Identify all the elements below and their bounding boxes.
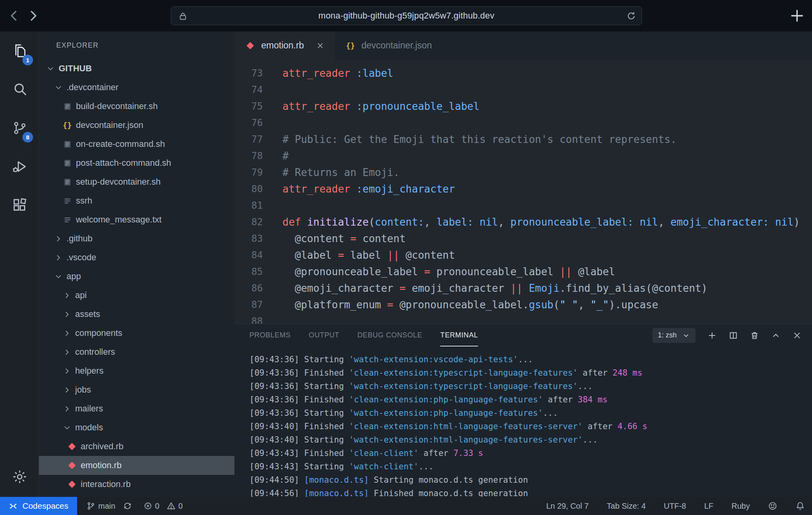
close-icon[interactable]	[316, 41, 325, 50]
activity-source-control[interactable]: 8	[0, 109, 39, 147]
sync-icon	[123, 502, 132, 510]
code-text: @label = label || @content	[282, 247, 455, 263]
chevron-right-icon	[53, 235, 63, 243]
line-number: 85	[234, 263, 263, 280]
tree-item-on-create-command.sh[interactable]: on-create-command.sh	[39, 135, 234, 154]
tree-item-.github[interactable]: .github	[39, 229, 234, 248]
maximize-panel-button[interactable]	[771, 331, 781, 340]
error-icon	[144, 502, 152, 510]
tree-item-emotion.rb[interactable]: emotion.rb	[39, 456, 234, 475]
shell-file-icon	[62, 159, 73, 168]
kill-terminal-button[interactable]	[750, 331, 759, 340]
tree-item-assets[interactable]: assets	[39, 305, 234, 324]
tree-item-.vscode[interactable]: .vscode	[39, 248, 234, 267]
chevron-right-icon	[53, 254, 63, 262]
feedback-button[interactable]	[768, 501, 777, 511]
terminal-output[interactable]: [09:43:36] Starting 'watch-extension:vsc…	[234, 346, 812, 497]
line-number: 77	[234, 131, 263, 148]
line-number: 74	[234, 82, 263, 98]
notifications-button[interactable]	[795, 501, 805, 511]
activity-run-debug[interactable]	[0, 147, 39, 186]
tree-item-setup-devcontainer.sh[interactable]: setup-devcontainer.sh	[39, 172, 234, 191]
arrow-left-icon	[6, 8, 22, 24]
browser-address-bar[interactable]: mona-github-github-g59jpq2w5w7.github.de…	[171, 6, 642, 25]
browser-back-button[interactable]	[5, 6, 24, 25]
shell-file-icon	[62, 178, 73, 187]
chevron-down-icon	[62, 424, 72, 432]
terminal-line: [09:43:36] Finished 'clean-extension:typ…	[249, 366, 812, 380]
close-panel-button[interactable]	[792, 331, 802, 340]
plus-icon	[707, 331, 717, 340]
split-terminal-button[interactable]	[729, 331, 738, 340]
branch-indicator[interactable]: main	[87, 502, 115, 511]
terminal-line: [09:43:40] Starting 'watch-extension:htm…	[249, 433, 812, 446]
smiley-icon	[768, 501, 777, 511]
ruby-file-icon	[66, 461, 78, 469]
gear-icon	[11, 469, 28, 485]
tree-item-post-attach-command.sh[interactable]: post-attach-command.sh	[39, 154, 234, 172]
tree-item-app[interactable]: app	[39, 267, 234, 286]
panel-tab-problems[interactable]: PROBLEMS	[249, 324, 291, 346]
shell-file-icon	[62, 102, 73, 111]
tree-item-helpers[interactable]: helpers	[39, 361, 234, 380]
tree-item-label: post-attach-command.sh	[76, 158, 171, 168]
encoding-indicator[interactable]: UTF-8	[664, 502, 686, 511]
tree-item-welcome_message.txt[interactable]: welcome_message.txt	[39, 210, 234, 229]
ruby-file-icon	[66, 480, 78, 488]
code-line: 82def initialize(content:, label: nil, p…	[234, 214, 812, 230]
language-indicator[interactable]: Ruby	[731, 502, 750, 511]
activity-extensions[interactable]	[0, 186, 39, 224]
tree-item-GITHUB[interactable]: GITHUB	[39, 59, 234, 78]
chevron-right-icon	[62, 291, 72, 300]
new-tab-button[interactable]	[788, 7, 806, 24]
tree-item-api[interactable]: api	[39, 286, 234, 305]
line-number: 79	[234, 164, 263, 181]
explorer-sidebar: EXPLORER GITHUB.devcontainerbuild-devcon…	[39, 31, 234, 497]
tree-item-label: GITHUB	[59, 63, 92, 74]
tree-item-components[interactable]: components	[39, 324, 234, 343]
code-line: 83 @content = content	[234, 230, 812, 247]
explorer-badge: 1	[22, 55, 33, 65]
activity-explorer[interactable]: 1	[0, 31, 39, 70]
tab-size-indicator[interactable]: Tab Size: 4	[607, 502, 646, 511]
activity-settings[interactable]	[0, 458, 39, 496]
tree-item-controllers[interactable]: controllers	[39, 343, 234, 361]
tree-item-.devcontainer[interactable]: .devcontainer	[39, 78, 234, 97]
new-terminal-button[interactable]	[707, 331, 717, 340]
code-line: 80attr_reader :emoji_character	[234, 181, 812, 197]
tree-item-archived.rb[interactable]: archived.rb	[39, 437, 234, 456]
panel-tab-debug-console[interactable]: DEBUG CONSOLE	[357, 324, 422, 346]
tree-item-mailers[interactable]: mailers	[39, 399, 234, 418]
tree-item-jobs[interactable]: jobs	[39, 380, 234, 399]
problems-indicator[interactable]: 0 0	[144, 502, 183, 511]
line-number: 82	[234, 214, 263, 230]
panel-tab-output[interactable]: OUTPUT	[309, 324, 340, 346]
editor-tab-bar: emotion.rb{}devcontainer.json	[234, 31, 812, 59]
code-text: # Returns an Emoji.	[282, 164, 399, 181]
line-number: 75	[234, 98, 263, 115]
tab-devcontainer.json[interactable]: {}devcontainer.json	[335, 31, 442, 59]
reload-button[interactable]	[626, 11, 636, 21]
codespaces-status-button[interactable]: Codespaces	[0, 497, 77, 515]
tree-item-build-devcontainer.sh[interactable]: build-devcontainer.sh	[39, 97, 234, 116]
sync-button[interactable]	[123, 502, 132, 510]
tree-item-ssrh[interactable]: ssrh	[39, 191, 234, 210]
bottom-panel: PROBLEMSOUTPUTDEBUG CONSOLETERMINAL 1: z…	[234, 324, 812, 497]
terminal-selector[interactable]: 1: zsh	[652, 328, 696, 343]
chevron-down-icon	[53, 272, 63, 281]
tree-item-label: archived.rb	[81, 441, 124, 452]
tree-item-devcontainer.json[interactable]: {}devcontainer.json	[39, 116, 234, 135]
code-text: @platform_enum = @pronounceable_label.gs…	[282, 296, 658, 313]
tree-item-interaction.rb[interactable]: interaction.rb	[39, 475, 234, 494]
tree-item-label: on-create-command.sh	[76, 139, 165, 149]
eol-indicator[interactable]: LF	[704, 502, 713, 511]
activity-search[interactable]	[0, 70, 39, 109]
code-editor[interactable]: 73attr_reader :label7475attr_reader :pro…	[234, 59, 812, 324]
browser-forward-button[interactable]	[24, 6, 42, 25]
tab-emotion.rb[interactable]: emotion.rb	[234, 31, 335, 59]
tree-item-models[interactable]: models	[39, 418, 234, 437]
chevron-up-icon	[771, 331, 781, 340]
plus-icon	[788, 7, 806, 24]
cursor-position[interactable]: Ln 29, Col 7	[546, 502, 589, 511]
panel-tab-terminal[interactable]: TERMINAL	[440, 324, 478, 346]
